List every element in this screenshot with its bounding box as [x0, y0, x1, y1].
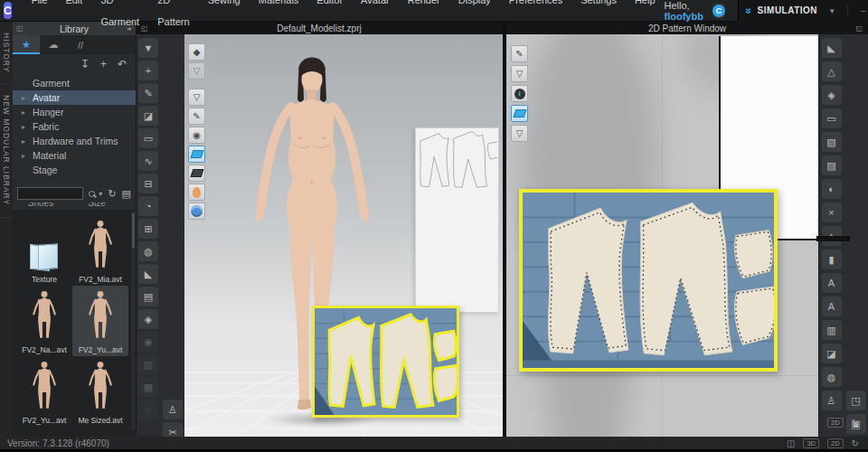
fabric-dark-icon[interactable] [188, 165, 205, 182]
view-3d-button[interactable]: 3D [803, 438, 819, 448]
tool-button[interactable]: ◌ [138, 400, 158, 419]
tool-button[interactable]: ▭ [822, 108, 842, 128]
tool-button[interactable]: ▼ [138, 38, 158, 58]
app-logo-icon[interactable]: C [4, 2, 12, 19]
tool-button[interactable]: ⊟ [138, 174, 158, 193]
tool-button[interactable]: ♙ [822, 391, 842, 410]
tool-button[interactable]: ▭ [138, 128, 158, 148]
library-action-button[interactable]: ↧ [80, 58, 90, 71]
pattern-2d-canvas[interactable]: ✎ ▽ i ▽ [506, 34, 818, 437]
menu-item[interactable]: Settings [571, 0, 626, 33]
tool-button[interactable]: ▨ [822, 155, 842, 175]
viewport-3d[interactable]: ◆ ▽ ▽ ✎ ◉ [184, 34, 503, 437]
library-tree-item[interactable]: ▸ Hardware and Trims [13, 134, 136, 148]
reference-image-2d[interactable] [519, 189, 778, 372]
popout-icon[interactable]: ◱ [855, 24, 863, 33]
render-style-icon[interactable]: ◆ [188, 43, 205, 61]
menu-item[interactable]: Render [399, 0, 449, 33]
lock-pattern-icon[interactable]: ▽ [511, 125, 528, 142]
tool-button[interactable]: ◣ [138, 264, 158, 284]
garment-surface-icon[interactable]: ▽ [188, 89, 205, 106]
dock-tab[interactable]: HISTORY [0, 22, 11, 84]
environment-globe-icon[interactable] [188, 202, 205, 220]
tool-button[interactable]: ⊞ [138, 219, 158, 239]
username[interactable]: floofybb [665, 11, 703, 22]
tool-button[interactable]: A [822, 297, 842, 316]
library-thumbnail[interactable]: FV2_Yu...avt [72, 286, 128, 356]
menu-item[interactable]: Avatar [352, 0, 399, 33]
library-action-button[interactable]: + [100, 58, 107, 71]
tool-button[interactable]: ∿ [138, 151, 158, 171]
tool-button[interactable]: ◐ [822, 179, 842, 199]
refresh-icon[interactable]: ↻ [852, 418, 859, 428]
tool-button[interactable]: ▤ [138, 287, 158, 306]
tool-button[interactable]: ✎ [138, 83, 158, 103]
search-input[interactable] [17, 187, 83, 200]
refresh-icon[interactable]: ↻ [108, 188, 116, 200]
library-tree-item[interactable]: ▸ Avatar [13, 90, 136, 105]
tool-button[interactable]: ◍ [138, 241, 158, 261]
seamline-edit-icon[interactable]: ✎ [511, 45, 528, 62]
tool-button[interactable]: ◣ [822, 38, 842, 58]
view-2d-button[interactable]: 2D [827, 438, 844, 448]
tool-button[interactable]: A [822, 273, 842, 293]
tool-button[interactable]: ◳ [846, 391, 866, 410]
library-tree-item[interactable]: ▸ Material [13, 148, 136, 163]
split-view-icon[interactable]: ◫ [787, 438, 795, 448]
menu-item[interactable]: Preferences [500, 0, 571, 33]
library-tree-item[interactable]: Garment [13, 76, 136, 90]
pattern-board[interactable] [415, 127, 499, 313]
menu-item[interactable]: 2D Pattern [148, 0, 198, 33]
simulation-button[interactable]: SIMULATION [758, 5, 817, 15]
library-thumbnail[interactable]: FV2_Yu...avt [16, 356, 72, 427]
tool-button[interactable]: ◈ [822, 85, 842, 105]
library-tree-item[interactable]: ▸ Hanger [13, 105, 136, 119]
avatar-head-icon[interactable] [188, 184, 205, 201]
menu-item[interactable]: Edit [56, 0, 91, 33]
simulation-dropdown-caret[interactable]: ▾ [830, 6, 835, 15]
library-tab[interactable]: ★ [13, 35, 40, 54]
tool-button[interactable]: × [822, 202, 842, 222]
refresh-icon[interactable]: ↻ [852, 438, 859, 448]
menu-item[interactable]: Editor [307, 0, 352, 33]
show-garment-2d-icon[interactable]: ▽ [511, 65, 528, 82]
menu-item[interactable]: File [23, 0, 57, 33]
view-2d-toggle[interactable]: 2D [827, 418, 844, 428]
library-tab[interactable]: ☁ [40, 35, 67, 54]
tool-button[interactable]: ▦ [138, 377, 158, 397]
tool-button[interactable]: ◪ [138, 106, 158, 126]
library-action-button[interactable]: ↶ [118, 58, 127, 71]
tool-button[interactable]: ◔ [138, 196, 158, 216]
library-tree-item[interactable]: ▸ Fabric [13, 119, 136, 134]
menu-item[interactable]: Help [626, 0, 665, 33]
library-thumbnail[interactable]: Texture [16, 215, 72, 286]
tool-button[interactable]: ◈ [138, 309, 158, 329]
tool-button[interactable]: ▥ [138, 354, 158, 374]
reference-image-3d[interactable] [312, 306, 459, 418]
tool-button[interactable]: ◪ [822, 344, 842, 363]
cloud-sync-button[interactable]: C [712, 3, 725, 19]
tool-button[interactable]: ♙ [163, 400, 183, 419]
menu-item[interactable]: 3D Garment [91, 0, 148, 33]
tool-button[interactable]: ▧ [822, 132, 842, 152]
show-fabric-icon[interactable] [188, 146, 205, 163]
pattern-info-icon[interactable]: i [511, 85, 528, 102]
library-thumbnail[interactable]: FV2_Mia.avt [72, 215, 128, 286]
library-thumbnail[interactable]: FV2_Na...avt [16, 286, 72, 356]
library-tab[interactable]: // [67, 35, 94, 54]
texture-paint-icon[interactable]: ✎ [188, 108, 205, 125]
tool-button[interactable]: △ [822, 61, 842, 81]
minimize-button[interactable]: – [857, 5, 868, 15]
tool-button[interactable]: ▮ [822, 250, 842, 269]
list-view-icon[interactable]: ▤ [122, 188, 131, 200]
search-icon[interactable] [89, 191, 95, 197]
menu-item[interactable]: Materials [250, 0, 308, 33]
menu-item[interactable]: Sewing [199, 0, 250, 33]
dock-tab[interactable]: NEW MODULAR LIBRARY [0, 84, 11, 217]
tool-button[interactable]: ◉ [138, 332, 158, 352]
show-avatar-icon[interactable]: ◉ [188, 127, 205, 144]
library-thumbnail[interactable]: Me Sized.avt [72, 356, 128, 427]
menu-item[interactable]: Display [449, 0, 500, 33]
show-garment-icon[interactable]: ▽ [188, 62, 205, 80]
library-tree-item[interactable]: Stage [13, 163, 136, 177]
